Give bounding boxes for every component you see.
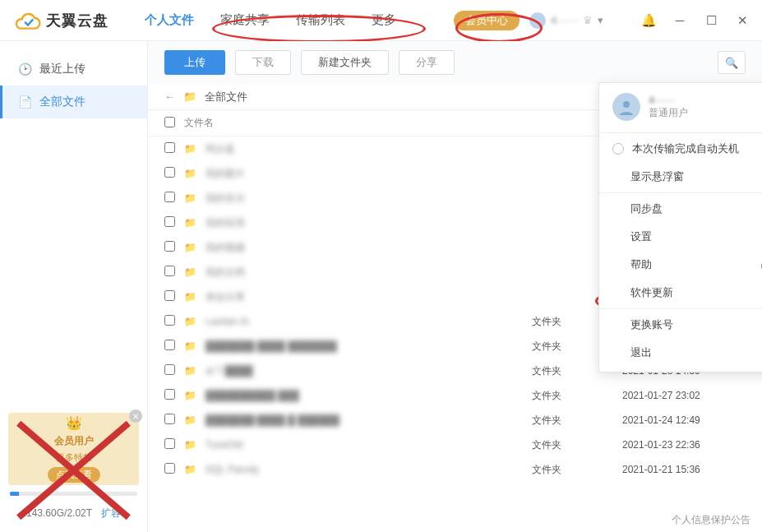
bell-icon[interactable]: 🔔 xyxy=(640,12,657,29)
new-folder-button[interactable]: 新建文件夹 xyxy=(301,50,389,75)
file-type: 文件夹 xyxy=(532,414,622,428)
window-controls: 🔔 ─ ☐ ✕ xyxy=(640,12,750,29)
file-type: 文件夹 xyxy=(532,463,622,477)
row-checkbox[interactable] xyxy=(164,167,175,178)
storage-bar xyxy=(10,492,137,496)
sidebar-item-recent[interactable]: 🕑 最近上传 xyxy=(0,53,147,86)
share-button[interactable]: 分享 xyxy=(399,50,455,75)
vip-promo-card[interactable]: ✕ 👑 会员用户 更多特权 点我查看 xyxy=(8,413,139,485)
vip-center-button[interactable]: 会员中心 xyxy=(454,11,520,30)
row-checkbox[interactable] xyxy=(164,389,175,400)
file-time: 2021-01-24 12:49 xyxy=(622,414,746,426)
storage-indicator: 143.60G/2.02T 扩容 xyxy=(0,492,147,532)
breadcrumb-root[interactable]: 全部文件 xyxy=(205,90,247,104)
menu-settings[interactable]: 设置 xyxy=(599,223,762,251)
clock-icon: 🕑 xyxy=(18,62,31,76)
user-dropdown-menu: 4······· 普通用户 本次传输完成自动关机 显示悬浮窗 同步盘 设置 帮助… xyxy=(598,82,762,372)
back-button[interactable]: ← xyxy=(164,90,175,103)
table-row[interactable]: 📁██████████.███ 文件夹 2021-01-27 23:02 xyxy=(148,383,762,408)
download-button[interactable]: 下载 xyxy=(235,50,291,75)
folder-icon: 📁 xyxy=(184,439,199,451)
folder-icon: 📁 xyxy=(184,365,199,377)
file-name: 我的文档 xyxy=(206,266,245,280)
file-type: 文件夹 xyxy=(532,438,622,452)
menu-auto-shutdown[interactable]: 本次传输完成自动关机 xyxy=(599,135,762,163)
row-checkbox[interactable] xyxy=(164,340,175,350)
row-checkbox[interactable] xyxy=(164,414,175,424)
app-logo: 天翼云盘 xyxy=(15,11,109,30)
file-name: 我的视频 xyxy=(206,241,245,255)
promo-cta-button[interactable]: 点我查看 xyxy=(48,467,100,483)
chevron-down-icon: ▾ xyxy=(598,14,603,26)
col-name[interactable]: 文件名 xyxy=(184,116,532,130)
table-row[interactable]: 📁TuneOld 文件夹 2021-01-23 22:36 xyxy=(148,433,762,457)
folder-icon: 📁 xyxy=(183,90,196,103)
menu-separator xyxy=(599,308,762,309)
row-checkbox[interactable] xyxy=(164,142,175,153)
close-button[interactable]: ✕ xyxy=(734,12,750,29)
privacy-link[interactable]: 个人信息保护公告 xyxy=(672,513,750,527)
nav-personal-files[interactable]: 个人文件 xyxy=(132,0,207,41)
svg-point-2 xyxy=(623,101,630,108)
row-checkbox[interactable] xyxy=(164,364,175,375)
folder-icon: 📁 xyxy=(184,390,199,401)
search-button[interactable]: 🔍 xyxy=(718,51,746,74)
storage-text: 143.60G/2.02T xyxy=(26,507,92,519)
file-time: 2021-01-21 15:36 xyxy=(622,464,746,475)
menu-switch-account[interactable]: 更换账号 xyxy=(599,311,762,339)
menu-sync-disk[interactable]: 同步盘 xyxy=(599,195,762,223)
nav-family-share[interactable]: 家庭共享 xyxy=(207,0,283,41)
avatar-icon xyxy=(529,12,546,29)
folder-icon: 📁 xyxy=(184,316,199,327)
table-row[interactable]: 📁███████/████.█ ██████ 文件夹 2021-01-24 12… xyxy=(148,408,762,433)
row-checkbox[interactable] xyxy=(164,290,175,301)
folder-icon: 📁 xyxy=(184,266,199,278)
sidebar-item-label: 全部文件 xyxy=(39,95,85,109)
menu-exit[interactable]: 退出 xyxy=(599,339,762,367)
table-row[interactable]: 📁SQL Parody 文件夹 2021-01-21 15:36 xyxy=(148,457,762,482)
file-name: SQL Parody xyxy=(206,464,259,475)
menu-floating-window[interactable]: 显示悬浮窗 xyxy=(599,163,762,191)
row-checkbox[interactable] xyxy=(164,463,175,474)
row-checkbox[interactable] xyxy=(164,266,175,276)
file-name: ██████████.███ xyxy=(206,390,299,401)
file-type: 文件夹 xyxy=(532,389,622,403)
file-icon: 📄 xyxy=(18,95,31,109)
file-name: ███████/████.█ ██████ xyxy=(206,414,339,426)
main-nav: 个人文件 家庭共享 传输列表 更多 xyxy=(132,0,409,41)
sidebar-item-label: 最近上传 xyxy=(39,62,85,76)
nav-transfer-list[interactable]: 传输列表 xyxy=(283,0,358,41)
folder-icon: 📁 xyxy=(184,143,199,155)
menu-software-update[interactable]: 软件更新 xyxy=(599,279,762,307)
upload-button[interactable]: 上传 xyxy=(164,50,225,75)
crown-icon: 👑 xyxy=(66,415,82,431)
file-name: 来自分享 xyxy=(206,290,245,304)
sidebar-item-all-files[interactable]: 📄 全部文件 xyxy=(0,86,147,118)
row-checkbox[interactable] xyxy=(164,192,175,202)
main-panel: 上传 下载 新建文件夹 分享 🔍 ← 📁 全部文件 ⛃全部 ▾ ▦图标 文件名 … xyxy=(148,41,762,532)
row-checkbox[interactable] xyxy=(164,438,175,449)
menu-user-header: 4······· 普通用户 xyxy=(599,83,762,131)
file-time: 2021-01-23 22:36 xyxy=(622,439,746,451)
menu-help[interactable]: 帮助▸ xyxy=(599,251,762,279)
menu-separator xyxy=(599,192,762,193)
menu-separator xyxy=(599,132,762,133)
expand-storage-link[interactable]: 扩容 xyxy=(101,507,121,520)
row-checkbox[interactable] xyxy=(164,216,175,227)
promo-subtitle: 更多特权 xyxy=(56,451,92,464)
row-checkbox[interactable] xyxy=(164,315,175,326)
row-checkbox[interactable] xyxy=(164,241,175,252)
minimize-button[interactable]: ─ xyxy=(672,12,688,29)
close-icon[interactable]: ✕ xyxy=(129,409,142,423)
file-name: 我的图片 xyxy=(206,167,245,181)
file-name: 我的音乐 xyxy=(206,192,245,206)
folder-icon: 📁 xyxy=(184,242,199,253)
select-all-checkbox[interactable] xyxy=(164,117,175,127)
folder-icon: 📁 xyxy=(184,168,199,179)
user-dropdown-trigger[interactable]: 4······· ♛ ▾ xyxy=(529,12,603,29)
folder-icon: 📁 xyxy=(184,217,199,229)
folder-icon: 📁 xyxy=(184,192,199,204)
maximize-button[interactable]: ☐ xyxy=(703,12,719,29)
folder-icon: 📁 xyxy=(184,291,199,303)
nav-more[interactable]: 更多 xyxy=(358,0,409,41)
